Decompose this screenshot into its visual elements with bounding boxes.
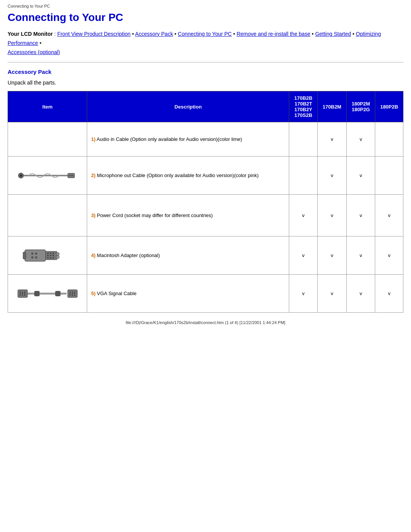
svg-point-8: [50, 253, 51, 254]
item-180p2m-4: v: [346, 236, 375, 275]
item-170b2b-1: [289, 122, 318, 157]
item-170b2m-4: v: [317, 236, 346, 275]
table-row: 4) Macintosh Adapter (optional) v v v v: [8, 236, 403, 275]
svg-point-11: [50, 255, 51, 256]
item-180p2m-2: v: [346, 157, 375, 195]
item-180p2b-4: v: [375, 236, 403, 275]
item-desc-4: 4) Macintosh Adapter (optional): [87, 236, 289, 275]
svg-point-17: [56, 256, 59, 259]
svg-point-12: [53, 255, 54, 256]
item-180p2m-1: v: [346, 122, 375, 157]
adapter-svg: [23, 243, 72, 268]
svg-point-26: [22, 292, 23, 292]
table-row: 1) Audio in Cable (Option only available…: [8, 122, 403, 157]
svg-point-28: [20, 293, 21, 294]
svg-point-15: [53, 257, 54, 259]
item-desc-5: 5) VGA Signal Cable: [87, 275, 289, 313]
svg-rect-45: [55, 291, 61, 296]
nav-links: Your LCD Monitor : Front View Product De…: [8, 30, 403, 57]
svg-rect-44: [34, 291, 40, 296]
table-row: 5) VGA Signal Cable v v v v: [8, 275, 403, 313]
item-image-cell-1: [8, 122, 87, 157]
table-row: 3) Power Cord (socket may differ for dif…: [8, 195, 403, 236]
item-180p2m-3: v: [346, 195, 375, 236]
nav-link-front-view[interactable]: Front View Product Description: [57, 31, 131, 37]
item-image-cell-4: [8, 236, 87, 275]
nav-link-accessories[interactable]: Accessories (optional): [8, 49, 60, 55]
item-170b2m-2: v: [317, 157, 346, 195]
cable-image: [12, 160, 83, 191]
nav-link-connecting[interactable]: Connecting to Your PC: [178, 31, 232, 37]
col-header-180p2b: 180P2B: [375, 91, 403, 122]
section-title: Accessory Pack: [8, 69, 403, 75]
item-170b2m-3: v: [317, 195, 346, 236]
divider: [8, 62, 403, 62]
item-170b2b-4: v: [289, 236, 318, 275]
svg-point-43: [74, 295, 75, 296]
cable-svg: [17, 165, 78, 186]
item-desc-3: 3) Power Cord (socket may differ for dif…: [87, 195, 289, 236]
svg-point-16: [56, 252, 59, 256]
browser-tab-label: Connecting to Your PC: [8, 4, 403, 8]
svg-point-31: [20, 295, 21, 296]
svg-point-20: [35, 252, 37, 255]
item-180p2m-5: v: [346, 275, 375, 313]
item-170b2b-3: v: [289, 195, 318, 236]
svg-point-21: [31, 256, 33, 259]
item-num-4: 4): [91, 252, 96, 258]
svg-point-9: [53, 253, 54, 254]
svg-point-30: [24, 293, 25, 294]
col-header-170b2m: 170B2M: [317, 91, 346, 122]
svg-point-2: [20, 174, 22, 177]
svg-point-13: [47, 257, 48, 259]
nav-link-getting-started[interactable]: Getting Started: [315, 31, 351, 37]
item-desc-1: 1) Audio in Cable (Option only available…: [87, 122, 289, 157]
col-header-item: Item: [8, 91, 87, 122]
intro-text: Unpack all the parts.: [8, 80, 403, 86]
item-image-cell-3: [8, 195, 87, 236]
svg-point-25: [20, 292, 21, 292]
nav-link-accessory-pack[interactable]: Accessory Pack: [135, 31, 173, 37]
item-image-cell-2: [8, 157, 87, 195]
item-desc-2: 2) Microphone out Cable (Option only ava…: [87, 157, 289, 195]
svg-point-19: [31, 252, 33, 255]
svg-point-7: [47, 253, 48, 254]
svg-rect-5: [25, 250, 46, 261]
svg-point-10: [47, 255, 48, 256]
svg-point-41: [70, 295, 70, 296]
nav-link-remove-base[interactable]: Remove and re-install the base: [237, 31, 311, 37]
svg-point-22: [35, 256, 37, 259]
adapter-image: [12, 240, 83, 271]
vga-cable-svg: [17, 282, 78, 305]
accessory-table: Item Description 170B2B170B2T170B2Y170S2…: [8, 91, 403, 313]
svg-point-14: [50, 257, 51, 259]
item-num-5: 5): [91, 291, 96, 296]
vga-cable-image: [12, 278, 83, 309]
svg-point-42: [72, 295, 73, 296]
col-header-description: Description: [87, 91, 289, 122]
svg-rect-18: [23, 252, 26, 259]
item-num-3: 3): [91, 212, 96, 218]
item-num-1: 1): [91, 136, 96, 142]
item-170b2m-1: v: [317, 122, 346, 157]
svg-point-37: [74, 292, 75, 292]
item-180p2b-5: v: [375, 275, 403, 313]
item-170b2m-5: v: [317, 275, 346, 313]
item-num-2: 2): [91, 173, 96, 178]
svg-point-32: [22, 295, 23, 296]
svg-point-33: [24, 295, 25, 296]
col-header-180p2m: 180P2M180P2G: [346, 91, 375, 122]
nav-prefix: Your LCD Monitor: [8, 31, 53, 37]
item-170b2b-5: v: [289, 275, 318, 313]
svg-point-39: [72, 293, 73, 294]
table-row: 2) Microphone out Cable (Option only ava…: [8, 157, 403, 195]
item-image-cell-5: [8, 275, 87, 313]
status-bar: file:///D|/Grace/K1/english/170s2b/insta…: [8, 320, 403, 325]
svg-point-27: [24, 292, 25, 292]
svg-point-38: [70, 293, 70, 294]
svg-point-40: [74, 293, 75, 294]
item-180p2b-3: v: [375, 195, 403, 236]
col-header-170b2b: 170B2B170B2T170B2Y170S2B: [289, 91, 318, 122]
item-180p2b-1: [375, 122, 403, 157]
page-title: Connecting to Your PC: [8, 11, 403, 24]
